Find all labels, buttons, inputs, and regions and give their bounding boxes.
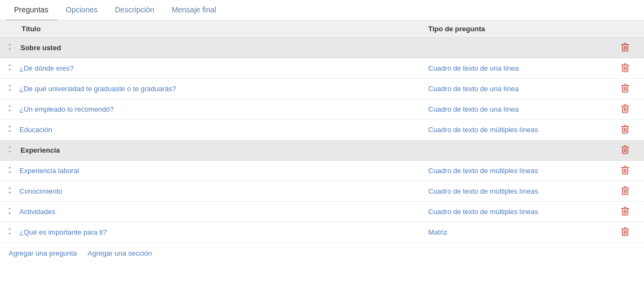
section-delete-button[interactable] — [612, 145, 639, 156]
question-title[interactable]: Educación — [19, 126, 428, 134]
question-type: Cuadro de texto de una línea — [428, 85, 612, 93]
question-title[interactable]: ¿Un empleado lo recomendó? — [19, 105, 428, 113]
trash-icon — [621, 145, 629, 154]
question-drag-handle[interactable] — [5, 227, 14, 238]
question-title[interactable]: Actividades — [19, 208, 428, 216]
section-row-sobre-usted: Sobre usted — [0, 38, 644, 58]
question-drag-handle[interactable] — [5, 125, 14, 135]
question-drag-handle[interactable] — [5, 63, 14, 74]
header-type: Tipo de pregunta — [428, 25, 612, 33]
section-title: Sobre usted — [17, 44, 612, 52]
question-delete-button[interactable] — [612, 63, 639, 74]
question-row: Educación Cuadro de texto de múltiples l… — [0, 120, 644, 140]
question-title[interactable]: Conocimiento — [19, 187, 428, 195]
header-action — [612, 25, 639, 33]
tabs-container: PreguntasOpcionesDescripciónMensaje fina… — [0, 0, 644, 20]
trash-icon — [621, 124, 629, 134]
question-title[interactable]: Experiencia laboral — [19, 167, 428, 175]
questions-table: Título Tipo de pregunta Sobre usted ¿De … — [0, 20, 644, 243]
question-type: Cuadro de texto de una línea — [428, 64, 612, 72]
add-section-link[interactable]: Agregar una sección — [87, 249, 152, 257]
question-title[interactable]: ¿De dónde eres? — [19, 64, 428, 72]
question-row: ¿De qué universidad te graduaste o te gr… — [0, 79, 644, 99]
trash-icon — [621, 104, 629, 113]
add-question-link[interactable]: Agregar una pregunta — [9, 249, 77, 257]
sections-container: Sobre usted ¿De dónde eres? Cuadro de te… — [0, 38, 644, 243]
question-delete-button[interactable] — [612, 206, 639, 217]
question-delete-button[interactable] — [612, 104, 639, 115]
table-header: Título Tipo de pregunta — [0, 20, 644, 38]
section-drag-handle[interactable] — [5, 145, 14, 156]
question-row: ¿De dónde eres? Cuadro de texto de una l… — [0, 58, 644, 79]
section-drag-handle[interactable] — [5, 43, 14, 53]
question-delete-button[interactable] — [612, 83, 639, 94]
trash-icon — [621, 206, 629, 216]
question-delete-button[interactable] — [612, 124, 639, 135]
tabs: PreguntasOpcionesDescripciónMensaje fina… — [0, 0, 644, 20]
tab-opciones[interactable]: Opciones — [57, 0, 106, 20]
trash-icon — [621, 186, 629, 195]
section-row-experiencia: Experiencia — [0, 140, 644, 161]
question-type: Cuadro de texto de múltiples líneas — [428, 187, 612, 195]
question-type: Matriz — [428, 228, 612, 236]
trash-icon — [621, 83, 629, 93]
tab-mensaje-final[interactable]: Mensaje final — [163, 0, 225, 20]
question-drag-handle[interactable] — [5, 166, 14, 176]
question-type: Cuadro de texto de múltiples líneas — [428, 208, 612, 216]
trash-icon — [621, 42, 629, 52]
trash-icon — [621, 227, 629, 236]
question-row: ¿Qué es importante para ti? Matriz — [0, 222, 644, 243]
footer-links: Agregar una pregunta Agregar una sección — [0, 243, 644, 264]
question-row: Actividades Cuadro de texto de múltiples… — [0, 202, 644, 222]
section-delete-button[interactable] — [612, 42, 639, 53]
question-drag-handle[interactable] — [5, 207, 14, 217]
question-row: ¿Un empleado lo recomendó? Cuadro de tex… — [0, 99, 644, 120]
question-drag-handle[interactable] — [5, 186, 14, 197]
question-type: Cuadro de texto de múltiples líneas — [428, 126, 612, 134]
question-title[interactable]: ¿De qué universidad te graduaste o te gr… — [19, 85, 428, 93]
question-title[interactable]: ¿Qué es importante para ti? — [19, 228, 428, 236]
header-title: Título — [5, 25, 428, 33]
question-type: Cuadro de texto de múltiples líneas — [428, 167, 612, 175]
trash-icon — [621, 63, 629, 72]
trash-icon — [621, 165, 629, 175]
question-drag-handle[interactable] — [5, 84, 14, 94]
question-delete-button[interactable] — [612, 227, 639, 238]
question-row: Conocimiento Cuadro de texto de múltiple… — [0, 181, 644, 202]
tab-descripcion[interactable]: Descripción — [106, 0, 163, 20]
question-delete-button[interactable] — [612, 165, 639, 176]
question-type: Cuadro de texto de una línea — [428, 105, 612, 113]
question-row: Experiencia laboral Cuadro de texto de m… — [0, 161, 644, 181]
section-title: Experiencia — [17, 146, 612, 154]
tab-preguntas[interactable]: Preguntas — [5, 0, 57, 20]
question-drag-handle[interactable] — [5, 104, 14, 115]
question-delete-button[interactable] — [612, 186, 639, 197]
